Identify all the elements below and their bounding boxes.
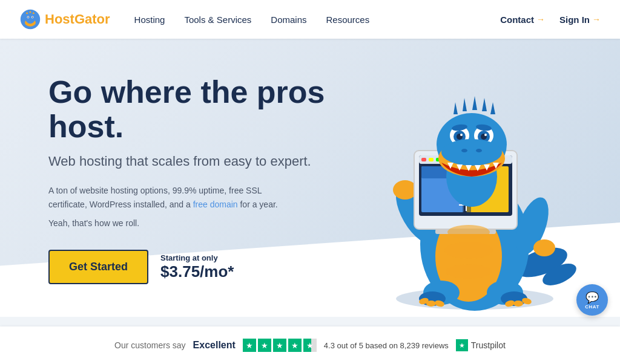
hero-description: A ton of website hosting options, 99.9% … bbox=[48, 184, 291, 211]
chat-label: CHAT bbox=[585, 304, 599, 310]
get-started-button[interactable]: Get Started bbox=[48, 250, 148, 284]
trustpilot-star-icon: ★ bbox=[456, 339, 468, 351]
trustpilot-rating: 4.3 out of 5 based on 8,239 reviews bbox=[324, 341, 449, 350]
hero-section: Go where the pros host. Web hosting that… bbox=[0, 39, 620, 317]
svg-marker-40 bbox=[482, 98, 487, 111]
trustpilot-stars: ★ ★ ★ ★ ★ bbox=[243, 339, 317, 352]
signin-arrow-icon: → bbox=[592, 15, 601, 24]
nav-item-tools[interactable]: Tools & Services bbox=[184, 15, 251, 25]
svg-point-70 bbox=[513, 301, 523, 307]
star-4: ★ bbox=[288, 339, 302, 352]
svg-point-49 bbox=[484, 134, 487, 136]
contact-button[interactable]: Contact → bbox=[500, 15, 545, 25]
svg-marker-41 bbox=[490, 102, 495, 114]
svg-point-48 bbox=[460, 134, 463, 136]
svg-rect-23 bbox=[429, 158, 434, 161]
logo-icon bbox=[19, 8, 41, 30]
star-2: ★ bbox=[258, 339, 271, 352]
svg-marker-39 bbox=[472, 96, 477, 110]
gator-svg bbox=[354, 57, 584, 311]
svg-point-74 bbox=[446, 264, 492, 279]
chat-icon: 💬 bbox=[585, 291, 599, 304]
nav-right: Contact → Sign In → bbox=[500, 15, 601, 25]
cta-area: Get Started Starting at only $3.75/mo* bbox=[48, 250, 363, 284]
nav-item-resources[interactable]: Resources bbox=[326, 15, 370, 25]
price-info: Starting at only $3.75/mo* bbox=[160, 253, 234, 281]
svg-marker-37 bbox=[453, 102, 458, 114]
svg-point-72 bbox=[447, 225, 490, 239]
svg-point-53 bbox=[441, 139, 502, 166]
nav-item-hosting[interactable]: Hosting bbox=[134, 15, 165, 25]
chat-button[interactable]: 💬 CHAT bbox=[576, 284, 608, 316]
trustpilot-prefix: Our customers say bbox=[114, 340, 185, 350]
svg-point-2 bbox=[25, 13, 35, 24]
gator-mascot bbox=[354, 57, 584, 311]
hero-content: Go where the pros host. Web hosting that… bbox=[48, 75, 363, 284]
trustpilot-excellent: Excellent bbox=[193, 340, 236, 351]
logo[interactable]: HostGator bbox=[19, 8, 110, 30]
svg-point-6 bbox=[32, 17, 33, 18]
nav-links: Hosting Tools & Services Domains Resourc… bbox=[134, 15, 501, 25]
hero-headline: Go where the pros host. bbox=[48, 75, 363, 144]
trustpilot-bar: Our customers say Excellent ★ ★ ★ ★ ★ 4.… bbox=[0, 327, 620, 364]
svg-marker-38 bbox=[463, 98, 467, 111]
trustpilot-brand: Trustpilot bbox=[471, 340, 506, 350]
price-label: Starting at only bbox=[160, 253, 234, 262]
hero-tagline: Yeah, that's how we roll. bbox=[48, 218, 363, 228]
hero-subtitle: Web hosting that scales from easy to exp… bbox=[48, 154, 363, 169]
svg-point-18 bbox=[533, 239, 555, 256]
star-1: ★ bbox=[243, 339, 256, 352]
price-value: $3.75/mo* bbox=[160, 262, 234, 281]
logo-text: HostGator bbox=[45, 11, 110, 27]
contact-arrow-icon: → bbox=[536, 15, 545, 24]
svg-point-65 bbox=[426, 301, 436, 307]
svg-point-5 bbox=[28, 17, 29, 18]
svg-point-55 bbox=[476, 149, 482, 152]
navbar: HostGator Hosting Tools & Services Domai… bbox=[0, 0, 620, 39]
star-5-half: ★ bbox=[303, 339, 317, 352]
trustpilot-logo[interactable]: ★ Trustpilot bbox=[456, 339, 506, 351]
free-domain-link[interactable]: free domain bbox=[193, 200, 238, 209]
svg-point-54 bbox=[461, 149, 467, 152]
nav-item-domains[interactable]: Domains bbox=[271, 15, 306, 25]
star-3: ★ bbox=[273, 339, 286, 352]
signin-button[interactable]: Sign In → bbox=[559, 15, 601, 25]
svg-rect-22 bbox=[421, 158, 426, 161]
svg-point-73 bbox=[444, 242, 493, 259]
